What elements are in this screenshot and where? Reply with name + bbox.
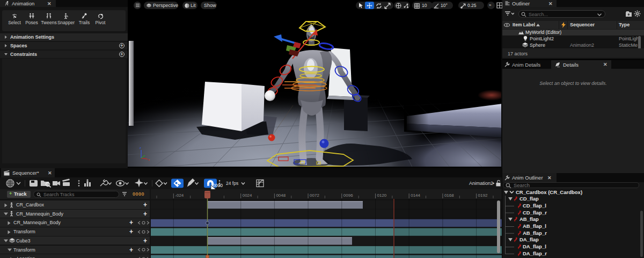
- svg-text:0168: 0168: [444, 193, 454, 198]
- svg-text:0048: 0048: [276, 193, 286, 198]
- svg-text:x: x: [148, 158, 150, 161]
- svg-text:0096: 0096: [343, 193, 353, 198]
- svg-text:-024: -024: [175, 193, 184, 198]
- svg-text:0120: 0120: [377, 193, 387, 198]
- svg-text:Animation2: Animation2: [469, 181, 493, 186]
- svg-text:0192: 0192: [478, 193, 488, 198]
- svg-text:0072: 0072: [310, 193, 319, 198]
- svg-text:24 fps: 24 fps: [226, 181, 238, 186]
- svg-text:0144: 0144: [411, 193, 420, 198]
- svg-text:z: z: [140, 146, 141, 149]
- svg-text:0024: 0024: [243, 193, 252, 198]
